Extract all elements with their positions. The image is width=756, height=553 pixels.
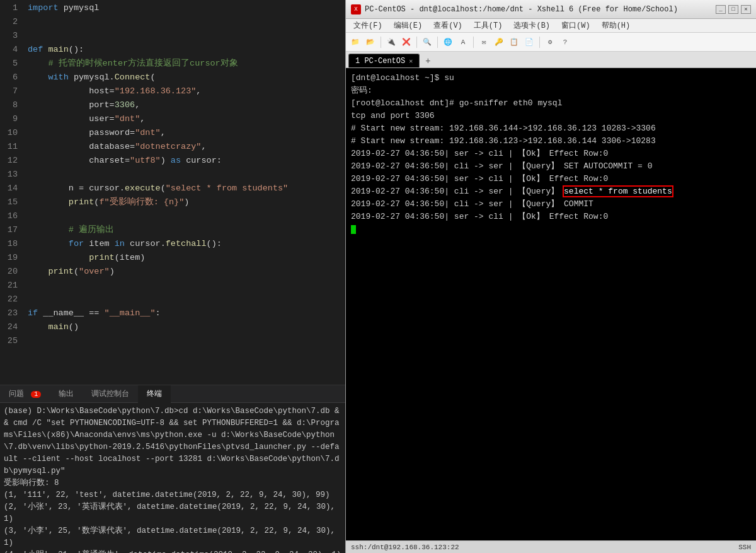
terminal-line: (base) D:\Works\BaseCode\python\7.db>cd … [4,405,341,477]
line-number: 13 [0,168,18,182]
tab-problems[interactable]: 问题 1 [0,385,50,403]
tab-output-label: 输出 [59,390,74,399]
toolbar-search[interactable]: 🔍 [420,35,434,49]
code-line [28,168,345,182]
code-line: if __name__ == "__main__": [28,306,345,320]
line-number: 17 [0,223,18,237]
toolbar-sep-5 [539,37,540,48]
menu-tabs[interactable]: 选项卡(B) [508,19,555,32]
line-number: 16 [0,209,18,223]
xshell-window: X PC-CentOS - dnt@localhost:/home/dnt - … [345,0,756,553]
line-number: 7 [0,84,18,98]
xshell-tabbar: 1 PC-CentOS ✕ + [346,52,756,68]
toolbar-key[interactable]: 🔑 [492,35,506,49]
line-number: 25 [0,334,18,348]
code-line [28,209,345,223]
line-number: 23 [0,306,18,320]
line-number: 5 [0,57,18,71]
code-line: print(item) [28,251,345,265]
bottom-panel: 问题 1 输出 调试控制台 终端 (base) D:\Works\BaseCod… [0,385,345,553]
toolbar-sep-1 [381,37,381,48]
line-number: 6 [0,71,18,84]
tab-problems-label: 问题 [9,390,24,399]
toolbar-new[interactable]: 📁 [348,35,362,49]
code-line: main() [28,320,345,334]
terminal-line: (3, '小李', 25, '数学课代表', datetime.datetime… [4,525,341,549]
xshell-terminal-line: [dnt@localhost ~]$ su [351,72,751,84]
menu-view[interactable]: 查看(V) [428,19,467,32]
toolbar-sep-3 [437,37,438,48]
minimize-button[interactable]: _ [716,5,726,14]
terminal-output: (base) D:\Works\BaseCode\python\7.db>cd … [0,403,345,553]
toolbar-open[interactable]: 📂 [364,35,377,49]
code-line: def main(): [28,43,345,57]
toolbar-email[interactable]: ✉ [477,35,491,49]
tab-output[interactable]: 输出 [50,385,83,403]
toolbar-sep-2 [416,37,417,48]
code-line: host="192.168.36.123", [28,84,345,98]
tab-close-icon[interactable]: ✕ [409,57,413,65]
toolbar-connect[interactable]: 🔌 [384,35,398,49]
code-line: print("over") [28,265,345,279]
code-editor: 1234567891011121314151617181920212223242… [0,0,345,385]
xshell-titlebar: X PC-CentOS - dnt@localhost:/home/dnt - … [346,0,756,19]
tab-terminal[interactable]: 终端 [138,385,171,403]
xshell-title: PC-CentOS - dnt@localhost:/home/dnt - Xs… [365,5,712,14]
code-line: import pymysql [28,1,345,15]
line-number: 1 [0,1,18,15]
tab-debug-label: 调试控制台 [91,390,129,399]
highlighted-query: select * from students [564,187,672,196]
line-number: 19 [0,251,18,265]
code-line [28,279,345,293]
code-line: password="dnt", [28,126,345,140]
line-number: 15 [0,195,18,209]
code-content: import pymysql def main(): # 托管的时候enter方… [23,0,345,385]
status-connection: ssh:/dnt@192.168.36.123:22 [351,544,459,551]
line-numbers: 1234567891011121314151617181920212223242… [0,0,23,385]
toolbar-help[interactable]: ? [558,35,572,49]
toolbar-disconnect[interactable]: ❌ [399,35,413,49]
xshell-statusbar: ssh:/dnt@192.168.36.123:22 SSH [346,540,756,553]
toolbar-globe[interactable]: 🌐 [441,35,455,49]
toolbar-settings[interactable]: ⚙ [543,35,557,49]
code-area: 1234567891011121314151617181920212223242… [0,0,345,385]
code-line: database="dotnetcrazy", [28,140,345,154]
window-controls: _ □ ✕ [716,5,751,14]
line-number: 11 [0,140,18,154]
xshell-terminal[interactable]: [dnt@localhost ~]$ su密码:[root@localhost … [346,68,756,540]
menu-help[interactable]: 帮助(H) [597,19,636,32]
session-tab-1[interactable]: 1 PC-CentOS ✕ [348,54,420,67]
line-number: 9 [0,112,18,126]
close-button[interactable]: ✕ [741,5,751,14]
menu-tools[interactable]: 工具(T) [469,19,508,32]
terminal-line: (1, '111', 22, 'test', datetime.datetime… [4,489,341,501]
code-line [28,293,345,306]
code-line: # 托管的时候enter方法直接返回了cursor对象 [28,57,345,71]
xshell-terminal-line: 2019-02-27 04:36:50| cli -> ser | 【Query… [351,185,751,198]
maximize-button[interactable]: □ [728,5,738,14]
menu-file[interactable]: 文件(F) [348,19,387,32]
code-line: charset="utf8") as cursor: [28,154,345,168]
line-number: 18 [0,237,18,251]
xshell-terminal-line: # Start new stream: 192.168.36.144->192.… [351,122,751,135]
line-number: 14 [0,182,18,195]
new-tab-button[interactable]: + [421,54,435,67]
session-tab-label: 1 PC-CentOS [355,57,405,66]
code-line: # 遍历输出 [28,223,345,237]
xshell-terminal-line: 2019-02-27 04:36:50| cli -> ser | 【Query… [351,198,751,211]
tab-debug-console[interactable]: 调试控制台 [83,385,138,403]
toolbar-paste[interactable]: 📄 [522,35,536,49]
line-number: 20 [0,265,18,279]
line-number: 4 [0,43,18,57]
menu-window[interactable]: 窗口(W) [556,19,595,32]
toolbar-copy[interactable]: 📋 [507,35,521,49]
xshell-terminal-line: tcp and port 3306 [351,110,751,122]
cursor-line [351,223,751,236]
xshell-terminal-line: # Start new stream: 192.168.36.123->192.… [351,135,751,148]
problems-badge: 1 [31,391,41,398]
menu-edit[interactable]: 编辑(E) [389,19,428,32]
xshell-terminal-line: 2019-02-27 04:36:50| ser -> cli | 【Ok】 E… [351,148,751,160]
toolbar-font[interactable]: A [456,35,470,49]
xshell-terminal-line: 2019-02-27 04:36:50| ser -> cli | 【Ok】 E… [351,211,751,223]
line-number: 22 [0,293,18,306]
